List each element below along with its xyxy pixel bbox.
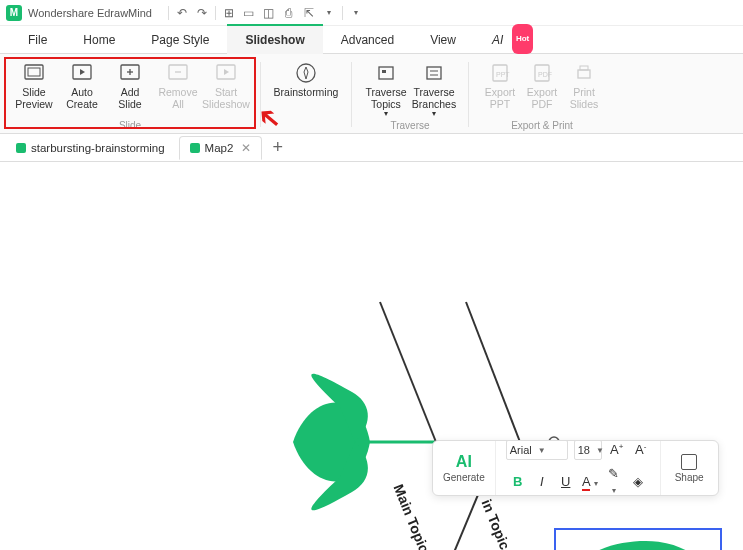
svg-rect-1 — [28, 68, 40, 76]
export-pdf-button[interactable]: PDF Export PDF — [521, 58, 563, 110]
save-icon[interactable]: ◫ — [262, 6, 276, 20]
titlebar: M Wondershare EdrawMind ↶ ↷ ⊞ ▭ ◫ ⎙ ⇱ ▾ … — [0, 0, 743, 26]
export-ppt-icon: PPT — [489, 62, 511, 84]
share-caret-icon[interactable]: ▾ — [322, 6, 336, 20]
svg-text:PPT: PPT — [496, 71, 510, 78]
canvas[interactable]: Main Topic in Topic Main T Main Idea AI … — [0, 162, 743, 550]
export-ppt-button[interactable]: PPT Export PPT — [479, 58, 521, 110]
ribbon-group-traverse: Traverse Topics▾ Traverse Branches▾ Trav… — [358, 58, 462, 131]
font-size-select[interactable]: 18▼ — [574, 440, 602, 460]
shape-button[interactable]: Shape — [661, 441, 718, 495]
font-grow-button[interactable]: A+ — [608, 442, 626, 457]
add-slide-icon — [119, 62, 141, 84]
add-tab-button[interactable]: + — [266, 137, 289, 158]
menu-view[interactable]: View — [412, 26, 474, 54]
menu-advanced[interactable]: Advanced — [323, 26, 412, 54]
shape-icon — [681, 454, 697, 470]
main-idea-shape — [556, 530, 720, 550]
main-idea-node[interactable]: Main Idea — [554, 528, 722, 550]
close-tab-icon[interactable]: ✕ — [241, 141, 251, 155]
ai-generate-button[interactable]: AI Generate — [433, 441, 496, 495]
svg-marker-3 — [80, 69, 85, 75]
print-slides-icon — [573, 62, 595, 84]
underline-button[interactable]: U — [557, 474, 575, 489]
undo-icon[interactable]: ↶ — [175, 6, 189, 20]
font-family-select[interactable]: Arial▼ — [506, 440, 568, 460]
svg-text:PDF: PDF — [538, 71, 552, 78]
highlight-button[interactable]: ✎ ▾ — [605, 466, 623, 496]
doctab-map2[interactable]: Map2 ✕ — [179, 136, 263, 160]
italic-button[interactable]: I — [533, 474, 551, 489]
menu-home[interactable]: Home — [65, 26, 133, 54]
doc-icon — [190, 143, 200, 153]
floating-text-toolbar: AI Generate Arial▼ 18▼ A+ A- B I U A ▾ ✎… — [432, 440, 719, 496]
brainstorming-icon — [295, 62, 317, 84]
brainstorming-button[interactable]: Brainstorming — [271, 58, 341, 99]
app-title: Wondershare EdrawMind — [28, 7, 152, 19]
svg-line-26 — [380, 302, 436, 442]
ribbon: ➔ Slide Preview Auto Create Add Slide Re… — [0, 54, 743, 134]
print-slides-button[interactable]: Print Slides — [563, 58, 605, 110]
menu-slideshow[interactable]: Slideshow — [227, 24, 322, 54]
ribbon-group-export-label: Export & Print — [511, 120, 573, 131]
redo-icon[interactable]: ↷ — [195, 6, 209, 20]
ribbon-group-export: PPT Export PPT PDF Export PDF Print Slid… — [475, 58, 609, 131]
auto-create-icon — [71, 62, 93, 84]
doctab-starbursting[interactable]: starbursting-brainstorming — [6, 136, 175, 160]
ribbon-group-slide-label: Slide — [119, 120, 141, 131]
traverse-branches-button[interactable]: Traverse Branches▾ — [410, 58, 458, 119]
share-icon[interactable]: ⇱ — [302, 6, 316, 20]
caret-down-icon: ▼ — [596, 446, 604, 455]
caret-down-icon: ▼ — [538, 446, 546, 455]
traverse-branches-icon — [423, 62, 445, 84]
start-slideshow-icon — [215, 62, 237, 84]
overflow-caret-icon[interactable]: ▾ — [349, 6, 363, 20]
add-icon[interactable]: ⊞ — [222, 6, 236, 20]
ribbon-group-slide: Slide Preview Auto Create Add Slide Remo… — [6, 58, 254, 131]
svg-line-27 — [466, 302, 520, 442]
font-color-button[interactable]: A ▾ — [581, 474, 599, 489]
traverse-topics-button[interactable]: Traverse Topics▾ — [362, 58, 410, 119]
start-slideshow-button[interactable]: Start Slideshow — [202, 58, 250, 110]
remove-all-icon — [167, 62, 189, 84]
add-slide-button[interactable]: Add Slide — [106, 58, 154, 110]
auto-create-button[interactable]: Auto Create — [58, 58, 106, 110]
print-icon[interactable]: ⎙ — [282, 6, 296, 20]
ribbon-group-brainstorming: Brainstorming — [267, 58, 345, 131]
ribbon-group-traverse-label: Traverse — [390, 120, 429, 131]
bold-button[interactable]: B — [509, 474, 527, 489]
slide-preview-icon — [23, 62, 45, 84]
doc-icon — [16, 143, 26, 153]
clear-format-button[interactable]: ◈ — [629, 474, 647, 489]
export-pdf-icon: PDF — [531, 62, 553, 84]
svg-rect-13 — [382, 70, 386, 73]
menu-ai[interactable]: AI Hot — [474, 26, 521, 54]
app-icon: M — [6, 5, 22, 21]
menu-file[interactable]: File — [10, 26, 65, 54]
remove-all-button[interactable]: Remove All — [154, 58, 202, 110]
svg-rect-14 — [427, 67, 441, 79]
menu-page-style[interactable]: Page Style — [133, 26, 227, 54]
folder-icon[interactable]: ▭ — [242, 6, 256, 20]
main-menu: File Home Page Style Slideshow Advanced … — [0, 26, 743, 54]
svg-marker-10 — [224, 69, 229, 75]
ai-icon: AI — [456, 454, 472, 470]
font-shrink-button[interactable]: A- — [632, 442, 650, 457]
svg-rect-21 — [578, 70, 590, 78]
quick-access-toolbar: ↶ ↷ ⊞ ▭ ◫ ⎙ ⇱ ▾ ▾ — [168, 6, 363, 20]
document-tabs: starbursting-brainstorming Map2 ✕ + — [0, 134, 743, 162]
slide-preview-button[interactable]: Slide Preview — [10, 58, 58, 110]
hot-badge: Hot — [512, 24, 533, 54]
traverse-topics-icon — [375, 62, 397, 84]
